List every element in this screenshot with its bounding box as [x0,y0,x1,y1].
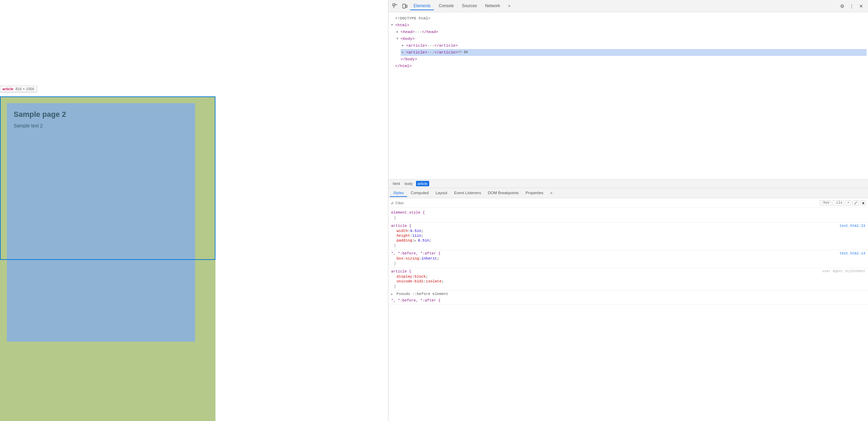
prop-name-height: height [397,234,410,238]
page-content: Sample page 2 Sample text 2 [0,96,215,421]
close-devtools-button[interactable]: ✕ [857,2,865,10]
devtools-toolbar: Elements Console Sources Network » ⚙ ⋮ ✕ [388,0,868,12]
style-tab-event-listeners[interactable]: Event Listeners [451,189,484,197]
prop-value-height: 11in [412,234,421,238]
expand-icon[interactable] [391,22,395,28]
hov-pill[interactable]: :hov [820,200,831,206]
style-tab-dom-breakpoints[interactable]: DOM Breakpoints [484,189,522,197]
styles-filter-bar: ⊿ :hov .cls + 🖉 ▣ [388,198,868,208]
padding-expand-icon[interactable] [415,239,418,242]
dom-line-html-open[interactable]: <html> [390,22,867,29]
dom-line-body-close[interactable]: </body> [395,56,867,63]
breadcrumb-bar: html body article [388,179,868,188]
prop-name-boxsizing: box-sizing [397,256,419,261]
tooltip-size: 816 × 1056 [15,87,34,91]
style-tab-properties[interactable]: Properties [522,189,547,197]
semi6: ; [441,279,444,283]
prop-name-padding: padding [397,238,412,243]
new-rule-pill[interactable]: 🖉 [852,200,859,206]
inspect-pill[interactable]: ▣ [861,200,866,206]
tag-article1-close: </article> [434,43,458,49]
useragent-label: user agent stylesheet [822,269,865,274]
breadcrumb-article[interactable]: article [416,181,429,186]
tab-sources[interactable]: Sources [459,2,480,10]
tab-network[interactable]: Network [482,2,503,10]
colon3: : [412,238,415,243]
device-toolbar-button[interactable] [401,2,409,10]
tooltip-tag: article [2,87,13,91]
expand-icon[interactable] [397,29,401,35]
dom-tree[interactable]: <!DOCTYPE html> <html> <head> ··· </head… [388,12,868,179]
dom-line-doctype[interactable]: <!DOCTYPE html> [390,15,867,22]
plus-pill[interactable]: + [846,200,851,206]
element-style-close: } [391,215,865,221]
tab-elements[interactable]: Elements [410,2,434,10]
tag-body-open: <body> [401,36,415,42]
prop-value-boxsizing: inherit [421,256,437,261]
expand-icon[interactable] [402,49,406,56]
expand-icon[interactable] [397,36,401,42]
article2-ellipsis: ··· [427,49,434,56]
universal-source[interactable]: test.html:14 [839,251,865,255]
expand-icon[interactable] [402,43,406,49]
useragent-rule: article { [391,269,411,274]
style-origin-article: article { test.html:23 [391,224,865,228]
style-block-useragent: article { user agent stylesheet display … [388,268,868,291]
expand-icon [391,63,395,69]
article-text: Sample text 2 [14,123,188,128]
filter-pills: :hov .cls + 🖉 ▣ [820,200,866,206]
universal-block-close: } [391,261,865,266]
colon2: : [410,234,413,238]
semi1: ; [421,229,424,233]
style-block-after: *, *:before, *:after { [388,297,868,305]
dom-line-article2-selected[interactable]: <article> ··· </article> == $0 [401,49,867,56]
style-tab-styles[interactable]: Styles [390,189,407,197]
tag-article1-open: <article> [406,43,427,49]
tag-head-open: <head> [401,29,415,35]
dom-line-html-close[interactable]: </html> [390,63,867,69]
style-tab-layout[interactable]: Layout [432,189,451,197]
style-origin-after: *, *:before, *:after { [391,298,865,302]
style-origin-element: element.style { [391,210,865,215]
style-origin-universal: *, *:before, *:after { test.html:14 [391,251,865,255]
after-rule: *, *:before, *:after { [391,298,440,302]
head-ellipsis: ··· [415,29,422,35]
expand-icon [397,56,401,62]
dom-line-body[interactable]: <body> [395,35,867,42]
svg-rect-0 [393,4,395,6]
semi2: ; [421,234,424,238]
breadcrumb-html[interactable]: html [391,181,402,186]
tag-article2-open: <article> [406,49,427,56]
element-tooltip: article 816 × 1056 [0,86,37,92]
styles-panel: Styles Computed Layout Event Listeners D… [388,188,868,421]
style-tab-more2[interactable]: » [547,189,556,197]
tab-more[interactable]: » [505,2,514,10]
filter-input[interactable] [396,201,818,205]
colon6: : [423,279,426,283]
tab-console[interactable]: Console [435,2,457,10]
more-options-button[interactable]: ⋮ [848,2,856,10]
style-block-element: element.style { } [388,209,868,222]
article-block-close: } [391,243,865,248]
prop-display: display : block ; [391,274,865,279]
inspect-element-button[interactable] [391,2,399,10]
article-source[interactable]: test.html:23 [839,224,865,228]
pseudo-before-section[interactable]: Pseudo ::before element [388,291,868,297]
dom-line-article1[interactable]: <article> ··· </article> [401,42,867,49]
prop-padding: padding : 0.5in ; [391,238,865,243]
colon4: : [419,256,421,261]
style-tab-computed[interactable]: Computed [407,189,432,197]
styles-tabs: Styles Computed Layout Event Listeners D… [388,188,868,198]
cls-pill[interactable]: .cls [833,200,844,206]
filter-icon: ⊿ [390,201,393,205]
doctype-text: <!DOCTYPE html> [395,15,431,21]
dom-line-head[interactable]: <head> ··· </head> [395,29,867,35]
expand-icon [391,15,395,21]
prop-value-padding: 0.5in [418,238,429,243]
article-rule: article { [391,224,411,228]
prop-value-display: block [415,275,426,279]
settings-button[interactable]: ⚙ [838,2,846,10]
element-style-rule: element.style { [391,210,425,215]
style-origin-useragent: article { user agent stylesheet [391,269,865,274]
breadcrumb-body[interactable]: body [403,181,415,186]
